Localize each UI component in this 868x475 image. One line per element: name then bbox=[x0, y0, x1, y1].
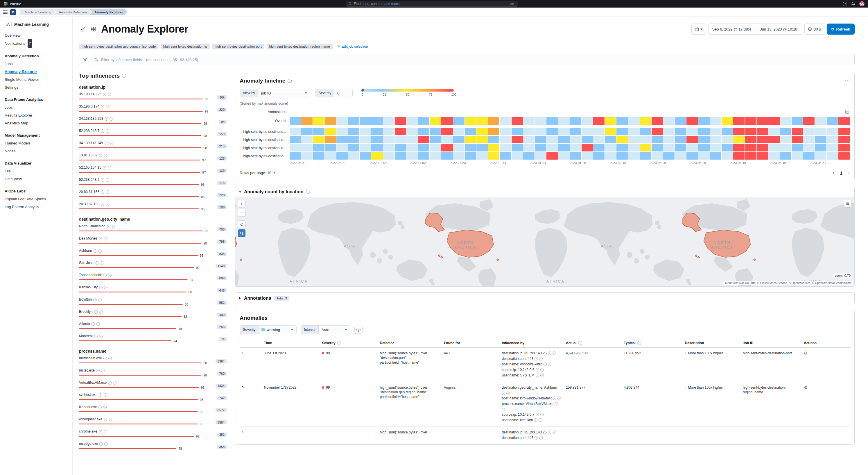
swimlane-cell[interactable] bbox=[371, 144, 382, 151]
previous-page-button[interactable]: ‹ bbox=[833, 170, 834, 175]
swimlane-cell[interactable] bbox=[500, 128, 511, 135]
influencer-name[interactable]: Boydton bbox=[79, 297, 92, 302]
swimlane-cell[interactable] bbox=[465, 117, 476, 125]
swimlane-cell[interactable] bbox=[488, 128, 499, 135]
swimlane-cell[interactable] bbox=[616, 117, 628, 125]
swimlane-cell[interactable] bbox=[383, 144, 395, 151]
swimlane-cell[interactable] bbox=[558, 128, 569, 135]
swimlane-cell[interactable] bbox=[547, 128, 558, 135]
remove-filter-icon[interactable]: − bbox=[96, 322, 100, 326]
swimlane-cell[interactable] bbox=[313, 152, 324, 159]
alerts-bell-icon[interactable] bbox=[851, 2, 855, 6]
swimlane-cell[interactable] bbox=[570, 128, 581, 135]
add-filter-icon[interactable]: + bbox=[101, 105, 104, 109]
info-icon[interactable]: i bbox=[122, 74, 126, 78]
influencer-name[interactable]: VirtualBoxVM.exe bbox=[79, 380, 106, 385]
influencer-name[interactable]: filebeat.exe bbox=[79, 405, 97, 410]
swimlane-cell[interactable] bbox=[360, 117, 371, 125]
swimlane-cell[interactable] bbox=[757, 152, 768, 159]
swimlane-cell[interactable] bbox=[616, 136, 628, 143]
remove-filter-icon[interactable]: − bbox=[106, 190, 109, 194]
swimlane-cell[interactable] bbox=[371, 152, 382, 159]
page-number-current[interactable]: 1 bbox=[840, 171, 842, 175]
add-filter-icon[interactable]: + bbox=[99, 393, 102, 397]
remove-filter-icon[interactable]: − bbox=[540, 413, 544, 416]
swimlane-cell[interactable] bbox=[640, 128, 651, 135]
swimlane-cell[interactable] bbox=[827, 128, 838, 135]
panel-options-icon[interactable]: ⋯ bbox=[845, 79, 850, 82]
severity-threshold-input[interactable]: 0 bbox=[334, 89, 353, 97]
swimlane-cell[interactable] bbox=[721, 136, 733, 143]
sidebar-item-file[interactable]: File bbox=[5, 167, 68, 175]
swimlane-cell[interactable] bbox=[441, 128, 453, 135]
sidebar-item-trained-models[interactable]: Trained Models bbox=[5, 139, 68, 147]
remove-filter-icon[interactable]: − bbox=[540, 374, 544, 377]
swimlane-cell[interactable] bbox=[371, 117, 382, 125]
row-actions-gear-icon[interactable]: ⚙ bbox=[804, 385, 808, 390]
influencer-name[interactable]: 52.238.248.2 bbox=[79, 177, 99, 182]
remove-filter-icon[interactable]: − bbox=[539, 357, 542, 360]
swimlane-cell[interactable] bbox=[838, 144, 850, 151]
swimlane-cell[interactable] bbox=[430, 136, 441, 143]
expand-row-icon[interactable]: › bbox=[242, 350, 244, 356]
swimlane-cell[interactable] bbox=[721, 144, 733, 151]
remove-filter-icon[interactable]: − bbox=[548, 362, 551, 366]
remove-filter-icon[interactable]: − bbox=[104, 442, 108, 446]
column-header-found-for[interactable]: Found for bbox=[441, 339, 500, 348]
add-filter-icon[interactable]: + bbox=[103, 273, 106, 277]
swimlane-cell[interactable] bbox=[827, 152, 838, 159]
swimlane-cell[interactable] bbox=[710, 117, 721, 125]
add-filter-icon[interactable]: + bbox=[548, 431, 551, 434]
swimlane-cell[interactable] bbox=[313, 136, 324, 143]
swimlane-cell[interactable] bbox=[336, 117, 348, 125]
add-filter-icon[interactable]: + bbox=[104, 418, 107, 421]
swimlane-cell[interactable] bbox=[476, 117, 488, 125]
remove-filter-icon[interactable]: − bbox=[502, 408, 505, 411]
swimlane-cell[interactable] bbox=[512, 136, 523, 143]
swimlane-cell[interactable] bbox=[301, 117, 313, 125]
swimlane-cell[interactable] bbox=[686, 144, 698, 151]
swimlane-cell[interactable] bbox=[547, 152, 558, 159]
add-filter-icon[interactable]: + bbox=[536, 413, 539, 416]
swimlane-cell[interactable] bbox=[593, 136, 604, 143]
swimlane-cell[interactable] bbox=[290, 152, 301, 159]
add-filter-icon[interactable]: + bbox=[91, 322, 95, 326]
column-header-severity[interactable]: Severityi↓ bbox=[319, 339, 378, 348]
swimlane-cell[interactable] bbox=[663, 136, 675, 143]
add-filter-icon[interactable]: + bbox=[107, 225, 111, 228]
column-header-time[interactable]: Time bbox=[261, 339, 319, 348]
map-attribution[interactable]: Made with NaturalEarth, © Elastic Maps S… bbox=[723, 281, 853, 285]
swimlane-cell[interactable] bbox=[699, 136, 710, 143]
swimlane-view-toggle[interactable] bbox=[90, 25, 97, 33]
swimlane-cell[interactable] bbox=[757, 144, 768, 151]
remove-filter-icon[interactable]: − bbox=[106, 129, 109, 133]
swimlane-cell[interactable] bbox=[780, 136, 791, 143]
add-filter-icon[interactable]: + bbox=[94, 310, 98, 314]
influencer-name[interactable]: 35.193.143.25 bbox=[79, 92, 101, 97]
swimlane-cell[interactable] bbox=[325, 152, 336, 159]
swimlane-cell[interactable] bbox=[512, 152, 523, 159]
swimlane-cell[interactable] bbox=[406, 128, 418, 135]
swimlane-cell[interactable] bbox=[465, 136, 476, 143]
map-canvas[interactable]: ASIA NORTH AMERICA AFRICA bbox=[235, 198, 854, 286]
deployment-badge[interactable]: D bbox=[10, 9, 16, 15]
swimlane-cell[interactable] bbox=[628, 128, 640, 135]
swimlane-cell[interactable] bbox=[838, 117, 850, 125]
swimlane-cell[interactable] bbox=[290, 136, 301, 143]
influencer-name[interactable]: mstsc.exe bbox=[79, 368, 95, 373]
column-header-detector[interactable]: Detector bbox=[377, 339, 441, 348]
anomalies-info-button[interactable]: i bbox=[354, 326, 363, 334]
swimlane-cell[interactable] bbox=[395, 136, 406, 143]
influencer-name[interactable]: Atlanta bbox=[79, 322, 90, 326]
swimlane-cell[interactable] bbox=[500, 117, 511, 125]
swimlane-cell[interactable] bbox=[699, 152, 710, 159]
remove-filter-icon[interactable]: − bbox=[104, 154, 107, 157]
date-range-end[interactable]: Jun 13, 2023 @ 10:18: bbox=[760, 27, 798, 31]
swimlane-cell[interactable] bbox=[792, 136, 803, 143]
swimlane-cell[interactable] bbox=[290, 144, 301, 151]
add-filter-icon[interactable]: + bbox=[555, 402, 558, 406]
swimlane-cell[interactable] bbox=[360, 144, 371, 151]
remove-filter-icon[interactable]: − bbox=[104, 237, 107, 240]
global-search-input[interactable] bbox=[354, 2, 507, 6]
swimlane-cell[interactable] bbox=[593, 128, 604, 135]
